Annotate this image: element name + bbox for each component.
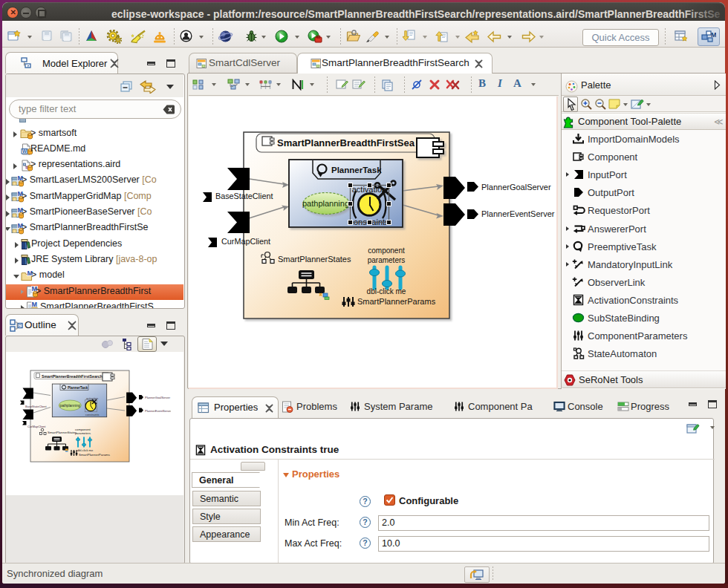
svg-text:PlannerGoalServer: PlannerGoalServer	[145, 396, 171, 399]
svg-text:W: W	[22, 148, 27, 154]
svg-text:SmartPlannerParams: SmartPlannerParams	[79, 453, 111, 457]
svg-text:constraints: constraints	[85, 414, 99, 416]
svg-text:parameters: parameters	[368, 256, 406, 264]
svg-text:SmartPlannerStates: SmartPlannerStates	[278, 255, 351, 264]
svg-text:pathplanning: pathplanning	[60, 404, 81, 408]
svg-text:SmartPlannerBreadthFirstSearch: SmartPlannerBreadthFirstSearch	[42, 374, 103, 379]
svg-text:pathplanning: pathplanning	[302, 199, 349, 208]
svg-text:SmartPlannerParams: SmartPlannerParams	[357, 297, 436, 306]
svg-text:dbl-click me: dbl-click me	[367, 287, 406, 295]
svg-text:dbl-click me: dbl-click me	[77, 448, 94, 452]
svg-text:PlannerTask: PlannerTask	[331, 166, 382, 174]
svg-text:component: component	[368, 246, 405, 255]
svg-text:SmartPlannerBreadthFirstSea: SmartPlannerBreadthFirstSea	[277, 137, 415, 148]
svg-text:BaseStateClient: BaseStateClient	[215, 192, 273, 200]
svg-text:CurMapClient: CurMapClient	[27, 425, 46, 428]
svg-text:activation: activation	[86, 397, 98, 400]
svg-text:parameters: parameters	[75, 431, 91, 435]
svg-text:CurMapClient: CurMapClient	[221, 237, 270, 246]
svg-text:M: M	[711, 31, 716, 39]
svg-text:PlannerEventServer: PlannerEventServer	[481, 209, 555, 218]
svg-text:PlannerTask: PlannerTask	[68, 386, 88, 390]
svg-text:PlannerEventServer: PlannerEventServer	[145, 409, 171, 413]
svg-text:BaseStateClient: BaseStateClient	[25, 405, 48, 408]
svg-text:SmartPlannerStates: SmartPlannerStates	[48, 431, 77, 434]
svg-text:PlannerGoalServer: PlannerGoalServer	[481, 183, 551, 192]
